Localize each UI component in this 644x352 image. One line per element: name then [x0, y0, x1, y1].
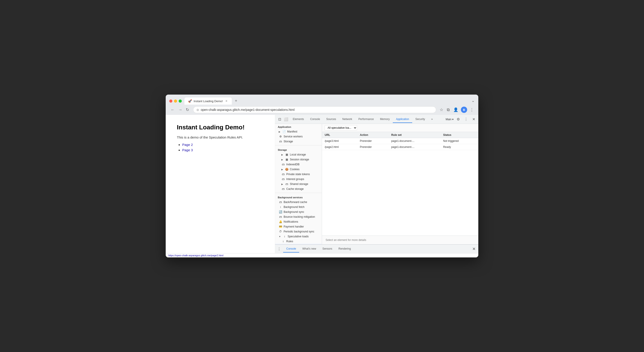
speculative-loads-label: Speculative loads — [288, 235, 308, 238]
console-bar: ⋮ Console What's new Sensors Rendering ✕ — [275, 244, 478, 253]
sidebar-item-session-storage[interactable]: ▶ ▦ Session storage — [275, 157, 322, 162]
forward-button[interactable]: → — [177, 107, 184, 113]
tab-sources[interactable]: Sources — [323, 116, 339, 123]
tab-performance[interactable]: Performance — [355, 116, 377, 123]
back-button[interactable]: ← — [169, 107, 176, 113]
sidebar-item-background-sync[interactable]: 🔄 Background sync — [275, 209, 322, 214]
bookmark-icon[interactable]: ☆ — [439, 106, 444, 113]
devtools-settings-button[interactable]: ⚙ — [455, 116, 461, 122]
window-menu-button[interactable]: ⌄ — [472, 98, 475, 103]
manifest-icon: 📄 — [282, 130, 286, 133]
col-rule-set: Rule set — [388, 132, 440, 138]
sidebar-item-bounce-tracking[interactable]: 🗃 Bounce tracking mitigation — [275, 214, 322, 219]
private-state-tokens-icon: 🗃 — [281, 173, 285, 176]
sidebar-item-storage-app[interactable]: 🗃 Storage — [275, 139, 322, 144]
sidebar-item-periodic-bg-sync[interactable]: ⏱ Periodic background sync — [275, 229, 322, 234]
sidebar-item-manifest[interactable]: ▶ 📄 Manifest — [275, 129, 322, 134]
user-avatar[interactable]: B — [461, 107, 467, 113]
list-item: Page 3 — [182, 148, 264, 152]
private-state-tokens-label: Private state tokens — [286, 173, 310, 176]
cell-rule-set: page1-document-... — [388, 138, 440, 144]
active-tab[interactable]: 🚀 Instant Loading Demo! ✕ — [184, 97, 232, 105]
cache-storage-icon: 🗃 — [281, 187, 285, 191]
page-links-list: Page 2 Page 3 — [177, 143, 264, 152]
tab-more[interactable]: » — [428, 116, 436, 123]
local-storage-arrow: ▶ — [281, 153, 283, 156]
tab-console[interactable]: Console — [307, 116, 323, 123]
tab-elements[interactable]: Elements — [290, 116, 307, 123]
devtools-close-button[interactable]: ✕ — [471, 116, 476, 122]
periodic-bg-sync-label: Periodic background sync — [284, 230, 314, 233]
console-close-button[interactable]: ✕ — [470, 245, 478, 253]
close-traffic-light[interactable] — [169, 99, 172, 103]
more-options-icon[interactable]: ⋮ — [469, 106, 475, 113]
maximize-traffic-light[interactable] — [179, 99, 182, 103]
sidebar-item-service-workers[interactable]: ⚙ Service workers — [275, 134, 322, 139]
filter-select[interactable]: All speculative loa... — [325, 125, 357, 130]
sidebar-item-rules[interactable]: ↕ Rules — [275, 239, 322, 244]
security-icon: ⊙ — [196, 108, 199, 111]
minimize-traffic-light[interactable] — [174, 99, 177, 103]
console-menu-icon[interactable]: ⋮ — [275, 245, 283, 253]
sidebar-item-local-storage[interactable]: ▶ ▦ Local storage — [275, 152, 322, 157]
sidebar-item-private-state-tokens[interactable]: 🗃 Private state tokens — [275, 172, 322, 177]
devtools-device-icon[interactable]: ⬜ — [282, 116, 290, 122]
sidebar-item-cookies[interactable]: ▶ 🍪 Cookies — [275, 167, 322, 172]
cell-status: Ready — [440, 144, 478, 150]
tab-favicon: 🚀 — [188, 99, 192, 103]
refresh-button[interactable]: ↻ — [184, 106, 190, 113]
extensions-icon[interactable]: ⧉ — [446, 107, 450, 113]
tab-bar: 🚀 Instant Loading Demo! ✕ + — [184, 97, 469, 105]
tab-application[interactable]: Application — [393, 116, 412, 123]
cookies-label: Cookies — [290, 168, 300, 171]
address-bar-wrap[interactable]: ⊙ — [193, 106, 436, 113]
new-tab-button[interactable]: + — [233, 97, 240, 105]
browser-window: 🚀 Instant Loading Demo! ✕ + ⌄ ← → ↻ ⊙ ☆ … — [166, 95, 478, 257]
payment-handler-label: Payment handler — [284, 225, 304, 228]
table-row[interactable]: /page3.html Prerender page1-document-...… — [322, 138, 478, 144]
speculative-loads-arrow: ▼ — [279, 235, 281, 238]
page-description: This is a demo of the Speculation Rules … — [177, 135, 264, 139]
bottom-panel-text: Select an element for more details — [326, 239, 366, 242]
sidebar-item-cache-storage[interactable]: 🗃 Cache storage — [275, 186, 322, 191]
back-forward-cache-label: Back/forward cache — [284, 201, 307, 204]
session-storage-label: Session storage — [290, 158, 309, 161]
address-input[interactable] — [201, 108, 433, 111]
console-tab-console[interactable]: Console — [283, 245, 299, 253]
cache-storage-label: Cache storage — [286, 187, 304, 191]
main-content: Instant Loading Demo! This is a demo of … — [166, 115, 478, 253]
console-tab-whatsnew[interactable]: What's new — [299, 245, 319, 253]
tab-security[interactable]: Security — [412, 116, 428, 123]
browser-toolbar-icons: ☆ ⧉ 👤 B ⋮ — [439, 106, 475, 113]
cookies-arrow: ▶ — [281, 168, 283, 171]
sidebar-item-notifications[interactable]: 🔔 Notifications — [275, 219, 322, 224]
page3-link[interactable]: Page 3 — [182, 148, 193, 152]
shared-storage-icon: 🗃 — [285, 182, 288, 186]
context-selector[interactable]: Main ▾ — [446, 118, 454, 121]
sidebar-item-interest-groups[interactable]: 🗃 Interest groups — [275, 177, 322, 182]
title-bar: 🚀 Instant Loading Demo! ✕ + ⌄ — [166, 95, 478, 105]
table-row[interactable]: /page2.html Prerender page1-document-...… — [322, 144, 478, 150]
devtools-more-button[interactable]: ⋮ — [463, 116, 469, 122]
tab-memory[interactable]: Memory — [377, 116, 393, 123]
sidebar-item-indexeddb[interactable]: 🗃 IndexedDB — [275, 162, 322, 167]
page-heading: Instant Loading Demo! — [177, 124, 264, 131]
sidebar-item-back-forward-cache[interactable]: 🗃 Back/forward cache — [275, 200, 322, 205]
shared-storage-arrow: ▶ — [281, 183, 283, 185]
devtools-toolbar: ⊡ ⬜ Elements Console Sources Network Per… — [275, 115, 478, 124]
cell-url: /page3.html — [322, 138, 357, 144]
sidebar-item-speculative-loads[interactable]: ▼ ↕ Speculative loads — [275, 234, 322, 239]
console-tab-sensors[interactable]: Sensors — [319, 245, 336, 253]
storage-app-label: Storage — [284, 140, 293, 143]
sidebar-item-shared-storage[interactable]: ▶ 🗃 Shared storage — [275, 182, 322, 186]
profile-icon[interactable]: 👤 — [452, 106, 459, 113]
console-tab-rendering[interactable]: Rendering — [336, 245, 354, 253]
devtools-selector-icon[interactable]: ⊡ — [277, 116, 282, 122]
tab-close-button[interactable]: ✕ — [225, 99, 228, 103]
page2-link[interactable]: Page 2 — [182, 143, 193, 147]
indexeddb-icon: 🗃 — [281, 163, 285, 166]
sidebar-item-payment-handler[interactable]: 💳 Payment handler — [275, 224, 322, 229]
storage-app-icon: 🗃 — [279, 140, 282, 143]
sidebar-item-background-fetch[interactable]: ↕ Background fetch — [275, 205, 322, 209]
tab-network[interactable]: Network — [339, 116, 355, 123]
